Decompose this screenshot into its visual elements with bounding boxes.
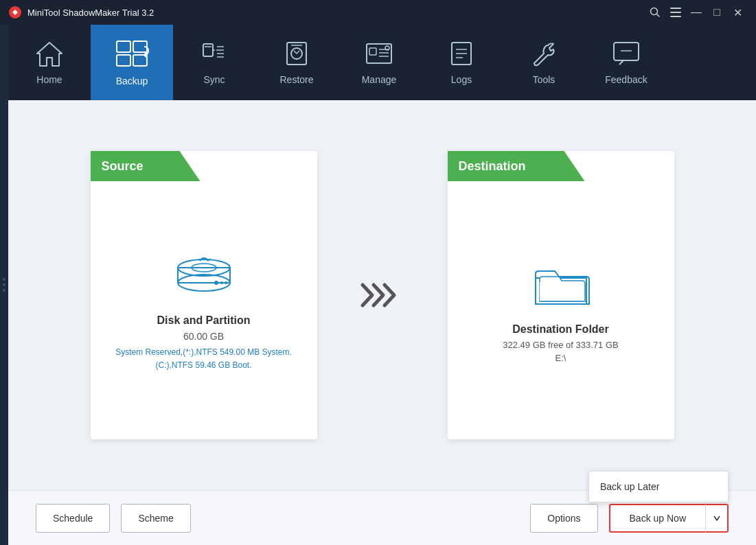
app-logo — [8, 5, 22, 19]
source-size: 60.00 GB — [183, 331, 224, 342]
backup-dropdown-button[interactable] — [705, 504, 729, 533]
arrow-container — [358, 278, 406, 312]
nav-item-restore[interactable]: Restore — [255, 25, 338, 100]
svg-rect-14 — [369, 48, 376, 55]
nav-label-backup: Backup — [116, 76, 148, 86]
chevron-down-icon — [713, 515, 720, 521]
bottom-bar: Schedule Scheme Options Back up Now Back… — [8, 490, 756, 545]
destination-header: Destination — [448, 151, 585, 181]
backup-now-button[interactable]: Back up Now — [609, 504, 705, 533]
feedback-icon — [611, 40, 641, 67]
scheme-button[interactable]: Scheme — [121, 504, 190, 533]
nav-item-sync[interactable]: Sync — [173, 25, 255, 100]
source-label: Source — [102, 159, 144, 174]
svg-rect-13 — [367, 44, 391, 63]
left-bar — [0, 25, 8, 545]
logs-icon — [446, 40, 477, 67]
svg-rect-4 — [670, 12, 681, 13]
nav-item-home[interactable]: Home — [8, 25, 91, 100]
svg-rect-10 — [203, 44, 213, 56]
svg-rect-17 — [614, 43, 639, 60]
nav-item-backup[interactable]: Backup — [91, 25, 173, 100]
backup-later-item[interactable]: Back up Later — [589, 472, 728, 502]
svg-line-2 — [657, 14, 660, 17]
destination-label: Destination — [459, 159, 526, 174]
nav-bar: Home Backup Sync Restore — [8, 25, 756, 100]
sync-icon — [199, 40, 229, 67]
destination-drive: E:\ — [555, 353, 566, 363]
backup-group: Back up Now Back up Later — [609, 504, 729, 533]
svg-rect-8 — [117, 55, 130, 66]
nav-label-manage: Manage — [362, 74, 397, 85]
manage-icon — [364, 40, 394, 67]
nav-item-manage[interactable]: Manage — [338, 25, 420, 100]
svg-rect-5 — [670, 16, 681, 17]
nav-label-sync: Sync — [203, 74, 225, 85]
options-button[interactable]: Options — [530, 504, 597, 533]
app-title: MiniTool ShadowMaker Trial 3.2 — [27, 8, 645, 18]
minimize-button[interactable]: — — [686, 3, 707, 22]
destination-card[interactable]: Destination Destination Folder 322.49 GB… — [448, 151, 674, 439]
source-header: Source — [91, 151, 201, 181]
source-description: System Reserved,(*:),NTFS 549.00 MB Syst… — [104, 346, 303, 372]
schedule-button[interactable]: Schedule — [36, 504, 110, 533]
menu-button[interactable] — [665, 3, 686, 22]
source-card[interactable]: Source Disk and Partition 60.00 GB — [91, 151, 317, 439]
title-bar: MiniTool ShadowMaker Trial 3.2 — □ ✕ — [0, 0, 756, 25]
search-button[interactable] — [645, 3, 665, 22]
destination-free: 322.49 GB free of 333.71 GB — [503, 340, 618, 350]
nav-label-feedback: Feedback — [605, 74, 647, 85]
nav-item-logs[interactable]: Logs — [420, 25, 503, 100]
nav-label-restore: Restore — [279, 74, 313, 85]
nav-item-feedback[interactable]: Feedback — [585, 25, 667, 100]
svg-rect-6 — [117, 41, 130, 52]
nav-item-tools[interactable]: Tools — [503, 25, 585, 100]
destination-title: Destination Folder — [512, 323, 608, 336]
destination-content: Destination Folder 322.49 GB free of 333… — [461, 195, 661, 426]
main-content: Source Disk and Partition 60.00 GB — [8, 100, 756, 490]
nav-label-tools: Tools — [533, 74, 555, 85]
close-button[interactable]: ✕ — [727, 3, 748, 22]
nav-label-home: Home — [36, 74, 62, 85]
source-content: Disk and Partition 60.00 GB System Reser… — [104, 195, 303, 426]
svg-point-22 — [214, 281, 218, 285]
svg-rect-3 — [670, 8, 681, 9]
maximize-button[interactable]: □ — [707, 3, 727, 22]
restore-icon — [282, 40, 312, 67]
forward-arrow — [358, 278, 406, 312]
backup-dropdown-menu: Back up Later — [588, 471, 729, 502]
backup-icon — [114, 38, 150, 69]
folder-icon — [530, 257, 592, 312]
tools-icon — [529, 40, 559, 67]
svg-point-24 — [225, 281, 227, 284]
home-icon — [34, 40, 65, 67]
svg-point-23 — [220, 281, 223, 284]
disk-icon — [170, 248, 238, 303]
source-title: Disk and Partition — [157, 314, 250, 327]
nav-label-logs: Logs — [451, 74, 472, 85]
